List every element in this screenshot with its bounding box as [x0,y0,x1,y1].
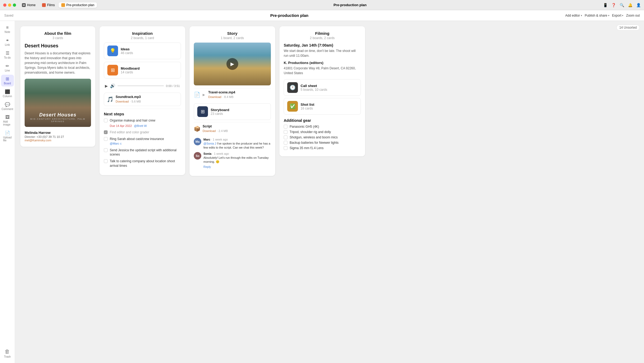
export-caret: ▾ [622,14,623,17]
ideas-info: Ideas 46 cards [121,47,133,55]
gear-checkbox-tripod[interactable] [284,130,287,134]
soundtrack-download-link[interactable]: Download [116,100,129,103]
sidebar-item-column[interactable]: ⬛ Column [1,88,14,99]
checkbox-jessica[interactable] [104,148,108,152]
marc-text: @Sonia J I've spoken to the producer and… [203,142,271,150]
checkbox-editor[interactable]: ✓ [104,130,108,134]
main-area: ≡ Note ⚭ Link ☰ To-do ✏ Line ⊞ Board ⬛ C… [0,21,644,363]
comment-sonia-header: Sonia · 1 week ago [203,152,271,155]
gear-checkbox-shotgun[interactable] [284,135,287,139]
audio-play-button[interactable]: ▶ [105,84,108,88]
sidebar-trash[interactable]: 🗑 Trash [2,346,13,360]
storyboard-count: 23 cards [211,112,229,116]
publish-share-button[interactable]: Publish & share ▾ [585,14,609,17]
tab-plan-label: Pre-production plan [66,3,94,7]
travel-scene-info: Travel-scene.mp4 Download · 8.4 MB [208,90,235,99]
video-play-button[interactable]: ▶ [226,58,238,70]
sonia-time: · 1 week ago [212,152,229,155]
storyboard-info: Storyboard 23 cards [211,108,229,116]
help-icon[interactable]: ❓ [611,3,616,7]
story-subtitle: 1 board, 2 cards [194,36,271,40]
gear-checkbox-batteries[interactable] [284,141,287,145]
checkbox-sarah[interactable] [104,137,108,141]
ideas-card[interactable]: 💡 Ideas 46 cards [104,43,181,59]
search-icon[interactable]: 🔍 [620,3,624,7]
checklist-item-editor: ✓ Find editor and color grader [104,130,181,135]
sidebar-item-add-image[interactable]: 🖼 Add image [1,113,14,128]
column-label: Column [3,95,12,98]
sidebar-item-board[interactable]: ⊞ Board [1,75,14,86]
story-board: Story 1 board, 2 cards ▶ 📄 ▶ Travel-scen… [190,26,275,176]
add-editor-caret: ▾ [581,14,582,17]
film-image-overlay: Desert Houses MID-CENTURY ARCHITECTURE, … [25,112,91,123]
moodboard-icon: ⊞ [107,65,118,75]
iphone-icon[interactable]: 📱 [603,3,608,7]
audio-volume-icon[interactable]: 🔊 [110,83,115,88]
checkbox-catering[interactable] [104,159,108,163]
filming-board: Filming 2 boards, 2 cards Saturday, Jan … [279,26,365,156]
titlebar: M Home Films Pre-production plan Pre-pro… [0,0,644,10]
music-file-icon: 🎵 [107,96,113,103]
reply-button[interactable]: Reply [203,165,211,168]
gear-label-tripod: Tripod, shoulder rig and dolly [290,130,331,134]
sidebar-item-note[interactable]: ≡ Note [1,24,14,35]
account-icon[interactable]: 👤 [636,3,641,7]
zoom-out-button[interactable]: Zoom out [626,14,640,17]
call-sheet-card[interactable]: 🕐 Call sheet 5 boards, 10 cards [284,79,361,96]
director-email[interactable]: mel@Kaminsky.com [25,139,91,142]
soundtrack-size: · 5.6 MB [130,100,141,103]
tab-home[interactable]: M Home [19,2,38,8]
film-description: Desert Houses is a documentary that expl… [25,51,91,75]
minimize-button[interactable] [8,3,11,7]
filming-subtitle: 2 boards, 2 cards [284,36,361,40]
gear-item-sigma: Sigma 35 mm f1.4 Lens [284,146,361,150]
moodboard-card[interactable]: ⊞ Moodboard 14 cards [104,62,181,78]
add-editor-button[interactable]: Add editor ▾ [565,14,582,17]
inspiration-board: Inspiration 2 boards, 1 card 💡 Ideas 46 … [100,26,185,175]
checkbox-makeup[interactable] [104,119,108,122]
bell-icon[interactable]: 🔔 [628,3,632,7]
tag-date-makeup: Due 14 Apr 2022 [110,124,132,128]
export-button[interactable]: Export ▾ [612,14,624,17]
storyboard-title: Storyboard [211,108,229,112]
shot-list-card[interactable]: ✅ Shot list 16 cards [284,98,361,115]
film-image-text: Desert Houses [25,112,91,118]
plan-icon [61,3,65,7]
video-thumbnail[interactable]: ▶ [194,43,271,85]
gear-label-shotgun: Shotgun, wireless and boom mics [290,135,338,139]
ideas-icon: 💡 [107,46,118,56]
line-label: Line [5,69,10,72]
tab-films[interactable]: Films [39,2,58,8]
comment-label: Comment [2,108,13,111]
sidebar-item-line[interactable]: ✏ Line [1,62,14,74]
sidebar-item-upload-file[interactable]: 📄 Upload file [1,129,14,143]
shot-list-icon: ✅ [287,101,298,112]
note-icon: ≡ [6,25,9,30]
gear-checkbox-gh5[interactable] [284,125,287,128]
audio-progress-bar[interactable] [118,85,164,86]
inspiration-subtitle: 2 boards, 1 card [104,36,181,40]
script-download[interactable]: Download [203,129,216,133]
checklist-label-sarah: Ring Sarah about cast/crew insurance [110,137,181,141]
sidebar-item-comment[interactable]: 💬 Comment [1,100,14,112]
checklist-text-sarah: Ring Sarah about cast/crew insurance @Ma… [110,137,181,146]
close-button[interactable] [3,3,6,7]
sidebar-item-todo[interactable]: ☰ To-do [1,49,14,61]
column-icon: ⬛ [5,89,10,94]
storyboard-card[interactable]: ⊞ Storyboard 23 cards [194,103,271,120]
gear-item-shotgun: Shotgun, wireless and boom mics [284,135,361,139]
traffic-lights [3,3,16,7]
todo-label: To-do [4,56,11,59]
gear-checkbox-sigma[interactable] [284,146,287,150]
checklist-item-jessica: Send Jessica the updated script with add… [104,148,181,157]
sonia-author: Sonia [203,152,211,155]
comment-sonia-body: Sonia · 1 week ago Absolutely! Let's run… [203,152,271,169]
travel-scene-download[interactable]: Download [208,95,221,99]
maximize-button[interactable] [13,3,16,7]
moodboard-info: Moodboard 14 cards [121,66,140,74]
sidebar-item-link[interactable]: ⚭ Link [1,36,14,48]
topbar-actions: Add editor ▾ Publish & share ▾ Export ▾ … [565,14,640,17]
line-icon: ✏ [6,63,9,69]
tab-plan[interactable]: Pre-production plan [59,2,97,8]
inspiration-title: Inspiration [104,31,181,36]
